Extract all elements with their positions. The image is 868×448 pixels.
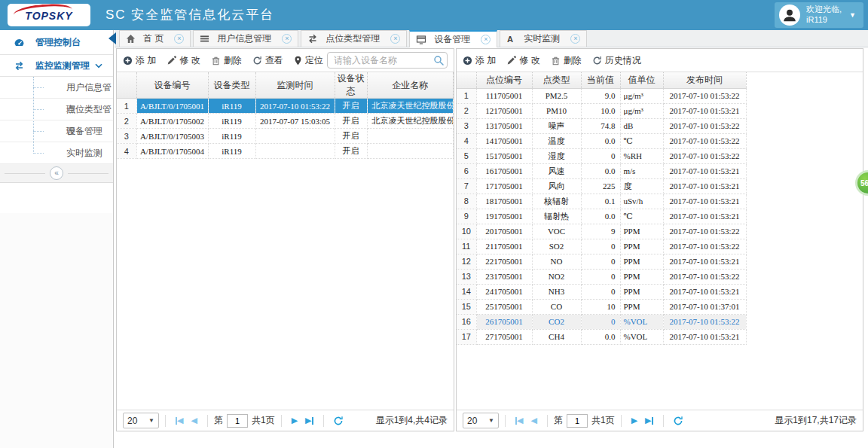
table-cell: VOC <box>532 224 581 239</box>
table-cell: 2017-07-10 01:53:21 <box>663 209 746 224</box>
device-pager: 20 ▼ ◀ ◀ 第 共1页 ▶ ▶ 显示1到4,共4记录 <box>117 410 454 431</box>
table-row[interactable]: 8181705001核辐射0.1uSv/h2017-07-10 01:53:21 <box>457 194 746 209</box>
column-header[interactable]: 当前值 <box>581 72 620 88</box>
table-row[interactable]: 7171705001风向225度2017-07-10 01:53:21 <box>457 178 746 194</box>
sidebar-item-monitor-mgmt[interactable]: 监控监测管理 <box>0 55 113 77</box>
add-button[interactable]: 添 加 <box>123 54 156 67</box>
sidebar-item-user-info[interactable]: 用户信息管理 <box>0 77 113 99</box>
table-cell: 225 <box>581 178 620 194</box>
next-page-button[interactable]: ▶ <box>631 416 637 425</box>
prev-page-button[interactable]: ◀ <box>191 416 197 425</box>
swap-icon <box>14 61 25 71</box>
close-icon[interactable]: × <box>390 34 400 44</box>
column-header[interactable]: 设备类型 <box>208 72 255 99</box>
delete-button[interactable]: 删除 <box>211 54 242 67</box>
table-row[interactable]: 13231705001NO20PPM2017-07-10 01:53:22 <box>457 269 746 284</box>
point-pager: 20 ▼ ◀ ◀ 第 共1页 ▶ ▶ 显示1到17,共17记录 <box>457 410 863 431</box>
table-cell: 0 <box>581 269 620 284</box>
column-header[interactable]: 企业名称 <box>367 72 454 99</box>
table-cell: 北京凌天世纪控股股份有限公司 <box>367 114 454 129</box>
sidebar-item-device-mgmt[interactable]: 设备管理 <box>0 120 113 142</box>
close-icon[interactable]: × <box>282 34 292 44</box>
column-header[interactable]: 点类型 <box>532 72 581 88</box>
table-row[interactable]: 11211705001SO20PPM2017-07-10 01:53:22 <box>457 239 746 254</box>
trash-icon <box>551 56 561 66</box>
table-cell: 2017-07-10 01:53:22 <box>663 118 746 133</box>
table-row[interactable]: 2121705001PM1010.0μg/m³2017-07-10 01:53:… <box>457 103 746 118</box>
column-header[interactable]: 值单位 <box>620 72 663 88</box>
search-icon[interactable] <box>433 55 444 66</box>
welcome-line1: 欢迎光临, <box>806 5 842 14</box>
first-page-button[interactable]: ◀ <box>515 416 523 425</box>
column-header[interactable]: 点位编号 <box>476 72 532 88</box>
prev-page-button[interactable]: ◀ <box>530 416 536 425</box>
collapse-icon[interactable]: « <box>50 166 63 180</box>
table-row[interactable]: 9191705001辐射热0.0℃2017-07-10 01:53:21 <box>457 209 746 224</box>
table-row[interactable]: 16261705001CO20%VOL2017-07-10 01:53:22 <box>457 314 746 329</box>
locate-button[interactable]: 定位 <box>294 54 323 67</box>
delete-button[interactable]: 删除 <box>551 54 582 67</box>
table-cell: 核辐射 <box>532 194 581 209</box>
refresh-icon[interactable] <box>333 416 344 426</box>
tab-realtime[interactable]: A实时监测× <box>500 30 587 47</box>
last-page-button[interactable]: ▶ <box>645 416 653 425</box>
sidebar-empty-area <box>0 213 113 448</box>
table-cell: A/BJLT/0/1705004 <box>136 144 208 159</box>
close-icon[interactable]: × <box>174 34 184 44</box>
page-size-select[interactable]: 20 ▼ <box>463 413 499 428</box>
table-row[interactable]: 6161705001风速0.0m/s2017-07-10 01:53:21 <box>457 163 746 178</box>
table-row[interactable]: 4A/BJLT/0/1705004iR119开启 <box>117 144 454 159</box>
edit-button[interactable]: 修 改 <box>506 54 539 67</box>
next-page-button[interactable]: ▶ <box>292 416 298 425</box>
first-page-button[interactable]: ◀ <box>176 416 183 425</box>
column-header[interactable]: 设备编号 <box>136 72 208 99</box>
sidebar-item-console[interactable]: 管理控制台 <box>0 30 113 55</box>
table-row[interactable]: 4141705001温度0.0℃2017-07-10 01:53:22 <box>457 133 746 148</box>
refresh-icon[interactable] <box>673 416 683 426</box>
sidebar-item-point-type[interactable]: 点位类型管理 <box>0 99 113 120</box>
column-header[interactable]: 发布时间 <box>663 72 746 88</box>
page-number-input[interactable] <box>567 414 588 428</box>
column-header[interactable]: 监测时间 <box>255 72 335 99</box>
sidebar-collapse-button[interactable]: « <box>0 164 113 183</box>
tab-user-info[interactable]: 用户信息管理× <box>193 30 298 47</box>
point-toolbar: 添 加修 改删除历史情况 <box>457 49 863 72</box>
table-cell: %RH <box>620 148 663 163</box>
tab-home[interactable]: 首 页× <box>119 30 191 47</box>
sidebar-collapse-arrow-icon[interactable] <box>108 32 116 44</box>
table-row[interactable]: 2A/BJLT/0/1705002iR1192017-07-07 15:03:0… <box>117 114 454 129</box>
table-cell: 181705001 <box>476 194 532 209</box>
sidebar-item-realtime[interactable]: 实时监测 <box>0 142 113 164</box>
add-button[interactable]: 添 加 <box>463 54 496 67</box>
table-cell: 0 <box>581 314 620 329</box>
table-row[interactable]: 14241705001NH30PPM2017-07-10 01:53:21 <box>457 284 746 299</box>
tab-point-type[interactable]: 点位类型管理× <box>301 30 407 47</box>
table-cell: NH3 <box>532 284 581 299</box>
close-icon[interactable]: × <box>481 35 491 44</box>
page-number-input[interactable] <box>227 414 248 428</box>
column-header[interactable]: 设备状态 <box>335 72 367 99</box>
tab-bar: 首 页×用户信息管理×点位类型管理×设备管理×A实时监测× <box>115 30 868 47</box>
tab-device-mgmt[interactable]: 设备管理× <box>409 30 497 47</box>
table-row[interactable]: 5151705001湿度0%RH2017-07-10 01:53:22 <box>457 148 746 163</box>
table-row[interactable]: 1111705001PM2.59.0μg/m³2017-07-10 01:53:… <box>457 88 746 103</box>
user-menu[interactable]: 欢迎光临, iR119 ▼ <box>775 2 863 28</box>
table-row[interactable]: 3131705001噪声74.8dB2017-07-10 01:53:22 <box>457 118 746 133</box>
table-cell: NO <box>532 254 581 269</box>
history-button[interactable]: 历史情况 <box>592 54 641 67</box>
table-row[interactable]: 12221705001NO0PPM2017-07-10 01:53:21 <box>457 254 746 269</box>
table-row[interactable]: 1A/BJLT/0/1705001iR1192017-07-10 01:53:2… <box>117 99 454 114</box>
page-size-select[interactable]: 20 ▼ <box>123 413 159 428</box>
close-icon[interactable]: × <box>570 34 580 44</box>
chevron-down-icon[interactable]: ▼ <box>849 11 856 19</box>
tab-label: 用户信息管理 <box>217 32 271 45</box>
search-input[interactable] <box>327 52 448 69</box>
last-page-button[interactable]: ▶ <box>305 416 313 425</box>
edit-button[interactable]: 修 改 <box>167 54 200 67</box>
table-row[interactable]: 10201705001VOC9PPM2017-07-10 01:53:22 <box>457 224 746 239</box>
view-button[interactable]: 查看 <box>252 54 283 67</box>
table-row[interactable]: 17271705001CH40.0%VOL2017-07-10 01:53:21 <box>457 329 746 344</box>
table-cell: 131705001 <box>476 118 532 133</box>
table-row[interactable]: 3A/BJLT/0/1705003iR119开启 <box>117 129 454 144</box>
table-row[interactable]: 15251705001CO10PPM2017-07-10 01:37:01 <box>457 299 746 314</box>
